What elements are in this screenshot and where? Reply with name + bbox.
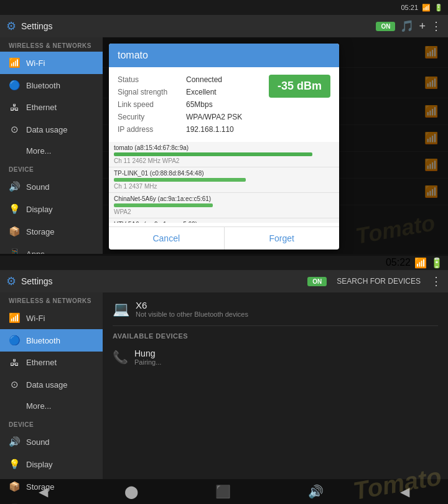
device-section-label: DEVICE bbox=[0, 161, 103, 175]
bt-hung-name: Hung bbox=[134, 348, 161, 358]
scan-bar-0 bbox=[114, 152, 312, 156]
wireless-section-label: WIRELESS & NETWORKS bbox=[0, 37, 103, 52]
app-bar-bottom: ⚙ Settings ON SEARCH FOR DEVICES ⋮ bbox=[0, 270, 448, 292]
bt-device-name: X6 bbox=[136, 300, 248, 310]
ip-label: IP address bbox=[118, 125, 186, 134]
content-area-top: tomato Connected 📶 30F Secured with WPA/… bbox=[103, 37, 448, 255]
sidebar-item-wifi-2[interactable]: 📶 Wi-Fi bbox=[0, 307, 103, 329]
storage-icon: 📦 bbox=[9, 226, 20, 237]
device-section-label-2: DEVICE bbox=[0, 416, 103, 431]
bt-this-device: 💻 X6 Not visible to other Bluetooth devi… bbox=[113, 300, 438, 326]
data-label-2: Data usage bbox=[26, 380, 68, 390]
sidebar-item-display-2[interactable]: 💡 Display bbox=[0, 453, 103, 475]
sound-icon-2: 🔊 bbox=[9, 436, 20, 447]
scan-list: tomato (a8:15:4d:67:8c:9a) Ch 11 2462 MH… bbox=[109, 142, 339, 223]
content-area-bottom: 💻 X6 Not visible to other Bluetooth devi… bbox=[103, 292, 448, 479]
dialog-overlay: tomato Status Connected Signal strength … bbox=[103, 37, 448, 255]
wifi-icon-bottom: 📶 bbox=[414, 257, 427, 269]
sidebar-item-wifi[interactable]: 📶 Wi-Fi bbox=[0, 52, 103, 74]
time-bottom: 05:22 bbox=[386, 257, 411, 268]
signal-value: Excellent bbox=[186, 88, 217, 96]
bt-hung-icon: 📞 bbox=[113, 350, 128, 365]
scan-item-0[interactable]: tomato (a8:15:4d:67:8c:9a) Ch 11 2462 MH… bbox=[109, 142, 339, 167]
ethernet-label: Ethernet bbox=[26, 103, 57, 112]
sidebar-item-sound-2[interactable]: 🔊 Sound bbox=[0, 431, 103, 453]
sidebar-item-display[interactable]: 💡 Display bbox=[0, 198, 103, 220]
dialog-row-linkspeed: Link speed 65Mbps bbox=[118, 98, 330, 111]
status-bar-top: 05:21 📶 🔋 bbox=[0, 0, 448, 15]
sidebar-top: WIRELESS & NETWORKS 📶 Wi-Fi 🔵 Bluetooth … bbox=[0, 37, 103, 255]
ethernet-icon: 🖧 bbox=[9, 102, 20, 113]
sound-icon: 🔊 bbox=[9, 181, 20, 192]
dialog-row-ip: IP address 192.168.1.110 bbox=[118, 123, 330, 136]
wireless-section-label-2: WIRELESS & NETWORKS bbox=[0, 292, 103, 307]
dialog-body: Status Connected Signal strength Excelle… bbox=[109, 67, 339, 142]
overflow-icon[interactable]: ⋮ bbox=[431, 19, 442, 33]
signal-badge: -35 dBm bbox=[269, 75, 330, 98]
wifi-toggle-top[interactable]: ON bbox=[376, 22, 395, 31]
media-prev-icon[interactable]: ◀ bbox=[400, 484, 409, 499]
bt-hung-status: Pairing... bbox=[134, 358, 161, 366]
sidebar-item-data-usage-2[interactable]: ⊙ Data usage bbox=[0, 373, 103, 396]
back-nav-icon[interactable]: ◀ bbox=[39, 484, 48, 499]
sidebar-item-more[interactable]: More... bbox=[0, 141, 103, 161]
bt-device-subtitle: Not visible to other Bluetooth devices bbox=[136, 310, 248, 318]
overflow-icon-bottom[interactable]: ⋮ bbox=[431, 274, 442, 288]
status-bar-bottom: 05:22 📶 🔋 bbox=[0, 255, 448, 270]
available-devices-label: AVAILABLE DEVICES bbox=[113, 326, 438, 343]
data-icon-2: ⊙ bbox=[9, 379, 20, 390]
sidebar-item-storage[interactable]: 📦 Storage bbox=[0, 220, 103, 243]
cancel-button[interactable]: Cancel bbox=[109, 227, 224, 250]
sidebar-item-apps-2[interactable]: 📱 Apps bbox=[0, 498, 103, 504]
bluetooth-label-2: Bluetooth bbox=[26, 336, 60, 345]
display-icon-2: 💡 bbox=[9, 459, 20, 470]
linkspeed-value: 65Mbps bbox=[186, 100, 213, 109]
scan-item-3[interactable]: UTV-5A6y (ac:9a:1a:ec:c5:62) WPA2 bbox=[109, 218, 339, 223]
scan-item-1[interactable]: TP-LINK_01 (c0:88:8d:84:54:48) Ch 1 2437… bbox=[109, 167, 339, 193]
dialog-actions: Cancel Forget bbox=[109, 226, 339, 250]
sidebar-item-sound[interactable]: 🔊 Sound bbox=[0, 175, 103, 198]
main-layout-top: WIRELESS & NETWORKS 📶 Wi-Fi 🔵 Bluetooth … bbox=[0, 37, 448, 255]
storage-label: Storage bbox=[26, 227, 55, 236]
wifi-icon: 📶 bbox=[422, 4, 431, 12]
sidebar-item-bluetooth-2[interactable]: 🔵 Bluetooth bbox=[0, 329, 103, 352]
display-label-2: Display bbox=[26, 460, 53, 469]
signal-label: Signal strength bbox=[118, 88, 186, 96]
data-label: Data usage bbox=[26, 125, 68, 134]
more-label: More... bbox=[26, 146, 51, 156]
top-panel: 05:21 📶 🔋 ⚙ Settings ON 🎵 + ⋮ WIRELESS &… bbox=[0, 0, 448, 255]
security-label: Security bbox=[118, 113, 186, 121]
volume-nav-icon[interactable]: 🔊 bbox=[308, 484, 324, 499]
bt-device-icon: 💻 bbox=[113, 301, 129, 317]
forget-button[interactable]: Forget bbox=[224, 227, 340, 250]
panel-divider bbox=[0, 254, 448, 256]
bottom-panel: 05:22 📶 🔋 ⚙ Settings ON SEARCH FOR DEVIC… bbox=[0, 255, 448, 504]
sidebar-item-data-usage[interactable]: ⊙ Data usage bbox=[0, 118, 103, 141]
sidebar-item-ethernet[interactable]: 🖧 Ethernet bbox=[0, 96, 103, 118]
recent-nav-icon[interactable]: ⬛ bbox=[215, 484, 231, 499]
status-label: Status bbox=[118, 75, 186, 84]
wifi-label-2: Wi-Fi bbox=[26, 314, 45, 323]
main-layout-bottom: WIRELESS & NETWORKS 📶 Wi-Fi 🔵 Bluetooth … bbox=[0, 292, 448, 479]
sidebar-item-apps[interactable]: 📱 Apps bbox=[0, 243, 103, 255]
search-devices-btn[interactable]: SEARCH FOR DEVICES bbox=[332, 274, 426, 288]
home-nav-icon[interactable]: ⬤ bbox=[124, 484, 138, 499]
bt-available-hung[interactable]: 📞 Hung Pairing... bbox=[113, 343, 438, 371]
sidebar-item-storage-2[interactable]: 📦 Storage bbox=[0, 475, 103, 498]
bluetooth-icon-2: 🔵 bbox=[9, 335, 20, 346]
linkspeed-label: Link speed bbox=[118, 100, 186, 109]
app-title-bottom: Settings bbox=[21, 276, 302, 286]
sidebar-item-more-2[interactable]: More... bbox=[0, 396, 103, 416]
add-icon[interactable]: + bbox=[419, 20, 426, 33]
sound-label-2: Sound bbox=[26, 437, 50, 447]
sidebar-item-ethernet-2[interactable]: 🖧 Ethernet bbox=[0, 352, 103, 373]
settings-icon: ⚙ bbox=[6, 19, 16, 33]
bt-toggle[interactable]: ON bbox=[307, 277, 327, 286]
display-label: Display bbox=[26, 205, 53, 214]
scan-item-2[interactable]: ChinaNet-5A6y (ac:9a:1a:ec:c5:61) WPA2 bbox=[109, 193, 339, 218]
sidebar-item-bluetooth[interactable]: 🔵 Bluetooth bbox=[0, 74, 103, 96]
ethernet-label-2: Ethernet bbox=[26, 358, 57, 367]
headphone-icon[interactable]: 🎵 bbox=[400, 19, 414, 33]
more-label-2: More... bbox=[26, 401, 51, 411]
bluetooth-label: Bluetooth bbox=[26, 81, 60, 90]
